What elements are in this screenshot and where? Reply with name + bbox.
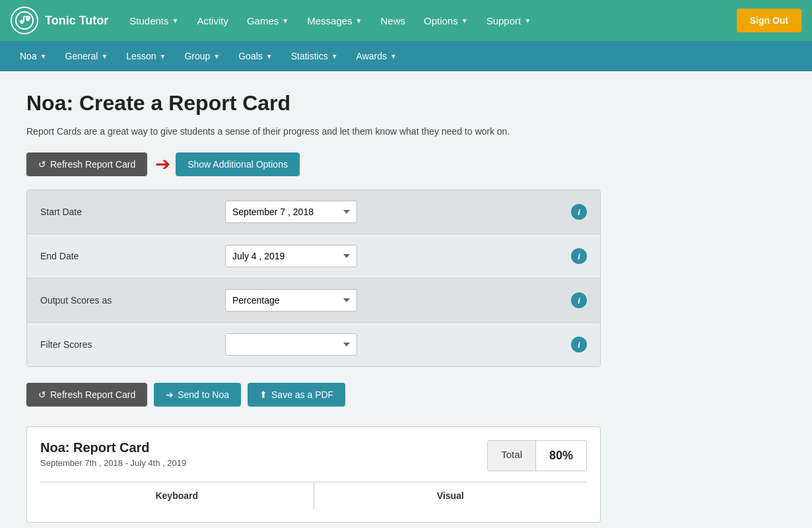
chevron-down-icon: ▼ [172,17,179,24]
nav-item-messages[interactable]: Messages ▼ [299,10,370,32]
options-form: Start Date September 7 , 2018 i End Date… [26,189,601,367]
nav-item-games[interactable]: Games ▼ [239,10,296,32]
filter-scores-label: Filter Scores [40,339,225,350]
refresh-icon: ↺ [38,159,46,170]
refresh-report-card-button-top[interactable]: ↺ Refresh Report Card [26,152,147,176]
report-card-columns: Keyboard Visual [40,482,587,509]
end-date-select[interactable]: July 4 , 2019 [225,245,357,267]
refresh-report-card-button-bottom[interactable]: ↺ Refresh Report Card [26,383,147,407]
report-col-keyboard: Keyboard [40,482,314,509]
subnav-item-awards[interactable]: Awards ▼ [347,46,406,67]
nav-item-students[interactable]: Students ▼ [121,10,186,32]
page-description: Report Cards are a great way to give stu… [26,126,607,137]
subnav-item-general[interactable]: General ▼ [56,46,118,67]
report-card-title: Noa: Report Card [40,440,186,455]
output-scores-select[interactable]: Percentage [225,289,357,312]
logo-text: Tonic Tutor [45,14,108,28]
chevron-down-icon: ▼ [40,53,47,60]
chevron-down-icon: ▼ [213,53,220,60]
send-to-noa-button[interactable]: ➔ Send to Noa [154,383,241,407]
subnav-item-lesson[interactable]: Lesson ▼ [117,46,175,67]
chevron-down-icon: ▼ [266,53,273,60]
chevron-down-icon: ▼ [461,17,468,24]
end-date-label: End Date [40,251,225,261]
sign-out-button[interactable]: Sign Out [737,9,801,32]
start-date-info-icon[interactable]: i [571,204,587,220]
chevron-down-icon: ▼ [356,17,362,24]
main-content: Noa: Create a Report Card Report Cards a… [0,71,634,528]
subnav-item-group[interactable]: Group ▼ [175,46,229,67]
refresh-icon: ↺ [38,389,46,400]
filter-scores-select[interactable] [225,333,357,356]
total-value: 80% [536,441,586,471]
pdf-icon: ⬆ [259,389,267,400]
nav-item-support[interactable]: Support ▼ [479,10,539,32]
form-row-filter-scores: Filter Scores i [27,323,600,366]
chevron-down-icon: ▼ [331,53,338,60]
subnav-item-noa[interactable]: Noa ▼ [11,46,56,67]
output-scores-label: Output Scores as [40,295,225,306]
sub-navigation: Noa ▼ General ▼ Lesson ▼ Group ▼ Goals ▼… [0,41,812,71]
total-label: Total [488,441,536,471]
logo-icon [11,7,38,34]
end-date-control-area: July 4 , 2019 [225,245,571,267]
filter-scores-control-area [225,333,571,356]
output-scores-info-icon[interactable]: i [571,292,587,308]
output-scores-control-area: Percentage [225,289,571,312]
total-box: Total 80% [487,440,587,471]
send-icon: ➔ [166,389,174,400]
chevron-down-icon: ▼ [101,53,108,60]
top-nav-items: Students ▼ Activity Games ▼ Messages ▼ N… [121,10,736,32]
start-date-control-area: September 7 , 2018 [225,201,571,223]
report-card-dates: September 7th , 2018 - July 4th , 2019 [40,458,186,468]
filter-scores-info-icon[interactable]: i [571,337,587,352]
report-card-section: Noa: Report Card September 7th , 2018 - … [26,426,601,523]
save-as-pdf-button[interactable]: ⬆ Save as a PDF [248,383,345,407]
show-additional-options-button[interactable]: Show Additional Options [176,152,300,176]
nav-item-options[interactable]: Options ▼ [416,10,476,32]
report-card-header: Noa: Report Card September 7th , 2018 - … [40,440,587,471]
report-card-title-area: Noa: Report Card September 7th , 2018 - … [40,440,186,468]
report-col-visual: Visual [314,482,588,509]
form-row-start-date: Start Date September 7 , 2018 i [27,190,600,234]
bottom-button-row: ↺ Refresh Report Card ➔ Send to Noa ⬆ Sa… [26,383,607,407]
logo-area[interactable]: Tonic Tutor [11,7,108,34]
top-button-row: ↺ Refresh Report Card ➔ Show Additional … [26,152,607,176]
page-title: Noa: Create a Report Card [26,91,607,116]
arrow-indicator: ➔ [155,155,170,174]
top-navigation: Tonic Tutor Students ▼ Activity Games ▼ … [0,0,812,41]
start-date-label: Start Date [40,207,225,217]
end-date-info-icon[interactable]: i [571,248,587,264]
chevron-down-icon: ▼ [524,17,531,24]
subnav-item-statistics[interactable]: Statistics ▼ [282,46,347,67]
form-row-end-date: End Date July 4 , 2019 i [27,234,600,279]
form-row-output-scores: Output Scores as Percentage i [27,279,600,323]
chevron-down-icon: ▼ [282,17,288,24]
nav-item-news[interactable]: News [373,10,414,32]
nav-item-activity[interactable]: Activity [189,10,236,32]
chevron-down-icon: ▼ [390,53,397,60]
start-date-select[interactable]: September 7 , 2018 [225,201,357,223]
chevron-down-icon: ▼ [159,53,166,60]
subnav-item-goals[interactable]: Goals ▼ [229,46,281,67]
